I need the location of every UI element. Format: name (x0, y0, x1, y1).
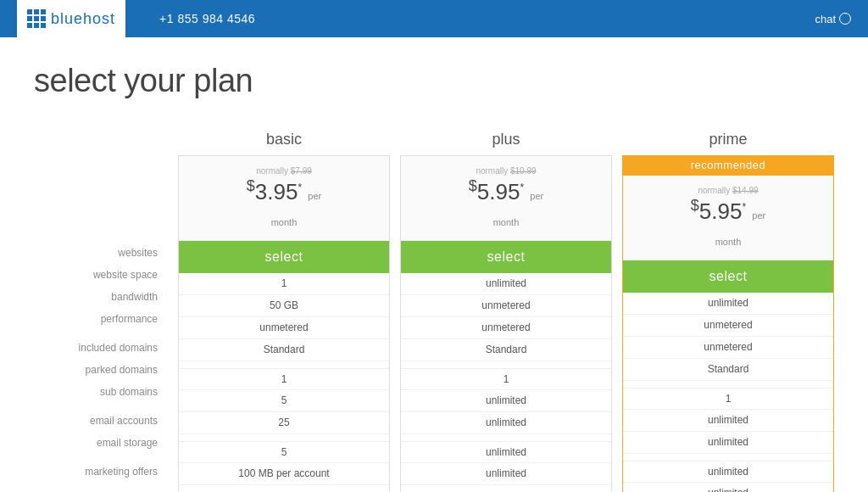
plan-prime-parked-domains: unlimited (623, 410, 833, 432)
plan-prime-bandwidth: unmetered (623, 337, 833, 359)
plan-prime-original-price: $14.99 (732, 186, 759, 195)
feature-label-parked-domains: parked domains (34, 359, 178, 381)
plan-prime-card: normally $14.99 $5.95* permonth select u… (622, 175, 834, 492)
plan-plus-card: normally $10.99 $5.95* permonth select u… (400, 155, 612, 492)
plan-plus-price: $5.95* permonth (409, 177, 603, 232)
plan-basic-bandwidth: unmetered (179, 317, 389, 339)
plan-prime-select-top-button[interactable]: select (623, 260, 833, 293)
plan-prime-sub-domains: unlimited (623, 432, 833, 454)
feature-label-bandwidth: bandwidth (34, 286, 178, 308)
plan-basic-sub-domains: 25 (179, 412, 389, 434)
plan-plus-select-top-button[interactable]: select (401, 241, 611, 273)
feature-label-included-domains: included domains (34, 337, 178, 359)
plan-basic-included-domains: 1 (179, 368, 389, 390)
plan-plus-name: plus (400, 125, 612, 148)
plan-plus-features: unlimited unmetered unmetered Standard 1 (401, 273, 611, 492)
logo-text: bluehost (51, 10, 115, 28)
plan-prime-features: unlimited unmetered unmetered Standard 1 (623, 293, 833, 492)
header-chat[interactable]: chat (815, 13, 851, 25)
plan-plus-included-domains: 1 (401, 368, 611, 390)
plan-plus-sub-domains: unlimited (401, 412, 611, 434)
plans-columns: basic normally $7.99 $3.95* permonth sel… (178, 125, 834, 492)
plan-basic-parked-domains: 5 (179, 390, 389, 412)
main-content: select your plan websites website space … (0, 37, 868, 492)
plan-prime-recommended-badge: recommended (622, 155, 834, 175)
logo-grid-icon (27, 9, 46, 28)
plan-basic-websites: 1 (179, 273, 389, 295)
plan-plus-normally: normally $10.99 (409, 166, 603, 176)
plan-plus-parked-domains: unlimited (401, 390, 611, 412)
plan-plus-email-storage: unlimited (401, 463, 611, 485)
plan-plus-website-space: unmetered (401, 295, 611, 317)
plan-basic-price-box: normally $7.99 $3.95* permonth (179, 156, 389, 241)
feature-label-email-storage: email storage (34, 432, 178, 454)
plan-basic-price: $3.95* permonth (187, 177, 381, 232)
feature-label-email-accounts: email accounts (34, 410, 178, 432)
feature-label-website-space: website space (34, 264, 178, 286)
plan-prime-email-storage: unlimited (623, 483, 833, 492)
plan-basic-website-space: 50 GB (179, 295, 389, 317)
plan-plus-original-price: $10.99 (510, 166, 537, 176)
plan-basic-performance: Standard (179, 339, 389, 361)
plan-basic: basic normally $7.99 $3.95* permonth sel… (178, 125, 390, 492)
plan-prime-websites: unlimited (623, 293, 833, 315)
plan-plus-bandwidth: unmetered (401, 317, 611, 339)
feature-label-sub-domains: sub domains (34, 381, 178, 403)
plan-plus: plus normally $10.99 $5.95* permonth sel… (400, 125, 612, 492)
plan-basic-email-storage: 100 MB per account (179, 463, 389, 485)
feature-label-websites: websites (34, 242, 178, 264)
plan-basic-email-accounts: 5 (179, 441, 389, 463)
plan-prime-performance: Standard (623, 359, 833, 381)
plan-basic-select-top-button[interactable]: select (179, 241, 389, 273)
plan-prime-email-accounts: unlimited (623, 461, 833, 483)
plan-basic-normally: normally $7.99 (187, 166, 381, 176)
plan-prime-price: $5.95* permonth (632, 197, 825, 251)
plan-basic-features: 1 50 GB unmetered Standard 1 (179, 273, 389, 492)
header: bluehost +1 855 984 4546 chat (0, 0, 868, 37)
plan-prime-price-box: normally $14.99 $5.95* permonth (623, 176, 833, 260)
plan-plus-performance: Standard (401, 339, 611, 361)
plan-prime-name: prime (622, 125, 834, 148)
feature-label-performance: performance (34, 308, 178, 330)
chat-bubble-icon (839, 13, 851, 25)
plan-basic-original-price: $7.99 (291, 166, 312, 176)
features-column: websites website space bandwidth perform… (34, 125, 178, 483)
logo-area[interactable]: bluehost (17, 0, 125, 37)
plan-prime-included-domains: 1 (623, 388, 833, 410)
plan-prime: prime recommended normally $14.99 $5.95*… (622, 125, 834, 492)
feature-label-marketing-offers: marketing offers (34, 461, 178, 483)
plan-plus-websites: unlimited (401, 273, 611, 295)
plan-plus-price-box: normally $10.99 $5.95* permonth (401, 156, 611, 241)
plan-basic-card: normally $7.99 $3.95* permonth select 1 (178, 155, 390, 492)
chat-label: chat (815, 13, 836, 25)
plan-basic-name: basic (178, 125, 390, 148)
plans-wrapper: websites website space bandwidth perform… (34, 125, 834, 492)
plan-plus-email-accounts: unlimited (401, 441, 611, 463)
plan-prime-normally: normally $14.99 (632, 186, 825, 195)
plan-prime-website-space: unmetered (623, 315, 833, 337)
page-title: select your plan (34, 63, 834, 99)
header-phone: +1 855 984 4546 (159, 12, 255, 25)
